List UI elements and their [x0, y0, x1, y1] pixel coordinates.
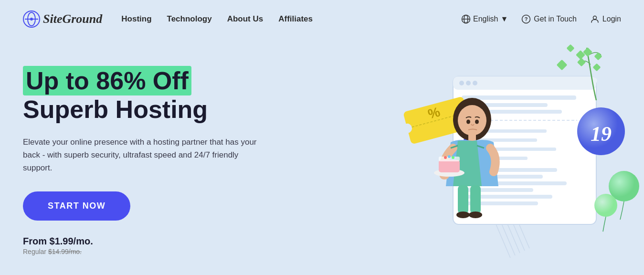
svg-point-51: [444, 156, 447, 159]
svg-point-57: [475, 120, 479, 124]
start-now-button[interactable]: START NOW: [23, 191, 130, 221]
price-main: From $1.99/mo.: [23, 236, 300, 247]
svg-point-52: [448, 155, 451, 158]
get-in-touch-link[interactable]: ? Get in Touch: [521, 14, 577, 24]
hero-section: Up to 86% Off Superb Hosting Elevate you…: [0, 38, 644, 275]
svg-point-18: [459, 81, 464, 85]
svg-point-61: [469, 212, 482, 218]
pricing-block: From $1.99/mo. Regular $14.99/mo.: [23, 236, 300, 255]
chevron-down-icon: ▼: [500, 15, 508, 23]
hero-subtitle: Elevate your online presence with a host…: [23, 136, 262, 175]
hero-svg: %: [319, 38, 644, 275]
nav-right: English ▼ ? Get in Touch Login: [461, 14, 621, 24]
hero-content: Up to 86% Off Superb Hosting Elevate you…: [23, 57, 300, 255]
svg-point-53: [452, 156, 454, 159]
login-link[interactable]: Login: [590, 14, 621, 24]
logo-icon: [23, 11, 40, 28]
svg-point-9: [593, 16, 596, 20]
nav-technology[interactable]: Technology: [167, 14, 212, 24]
nav-hosting[interactable]: Hosting: [121, 14, 151, 24]
nav-about[interactable]: About Us: [227, 14, 264, 24]
nav-affiliates[interactable]: Affiliates: [278, 14, 313, 24]
svg-text:?: ?: [525, 16, 528, 22]
get-in-touch-label: Get in Touch: [534, 15, 577, 23]
hero-title-line2: Superb Hosting: [23, 95, 208, 123]
nav-left: SiteGround Hosting Technology About Us A…: [23, 11, 313, 28]
svg-point-56: [466, 120, 470, 124]
help-icon: ?: [521, 14, 531, 24]
hero-illustration: %: [319, 38, 644, 275]
logo-link[interactable]: SiteGround: [23, 11, 102, 28]
login-label: Login: [602, 15, 621, 23]
language-label: English: [473, 15, 498, 23]
svg-point-45: [458, 105, 486, 136]
logo-text: SiteGround: [43, 12, 102, 26]
svg-rect-21: [462, 95, 576, 100]
svg-point-60: [456, 212, 470, 218]
header: SiteGround Hosting Technology About Us A…: [0, 0, 644, 38]
svg-rect-59: [470, 185, 481, 214]
svg-rect-71: [594, 53, 602, 61]
hero-title: Up to 86% Off Superb Hosting: [23, 67, 300, 124]
regular-label: Regular: [23, 248, 46, 255]
svg-point-20: [473, 81, 477, 85]
svg-rect-49: [439, 160, 460, 172]
svg-point-19: [466, 81, 471, 85]
language-icon: [461, 14, 471, 24]
svg-point-65: [594, 194, 617, 217]
main-nav: Hosting Technology About Us Affiliates: [121, 14, 313, 24]
user-icon: [590, 14, 600, 24]
price-regular: Regular $14.99/mo.: [23, 248, 300, 255]
svg-rect-69: [567, 44, 575, 53]
svg-point-3: [30, 18, 33, 21]
hero-title-highlighted: Up to 86% Off: [23, 66, 191, 95]
language-selector[interactable]: English ▼: [461, 14, 508, 24]
regular-price: $14.99/mo.: [48, 248, 82, 255]
svg-rect-72: [577, 58, 586, 66]
svg-rect-58: [458, 185, 468, 214]
svg-text:19: 19: [591, 122, 612, 146]
svg-rect-66: [557, 60, 568, 71]
svg-rect-68: [593, 63, 601, 72]
